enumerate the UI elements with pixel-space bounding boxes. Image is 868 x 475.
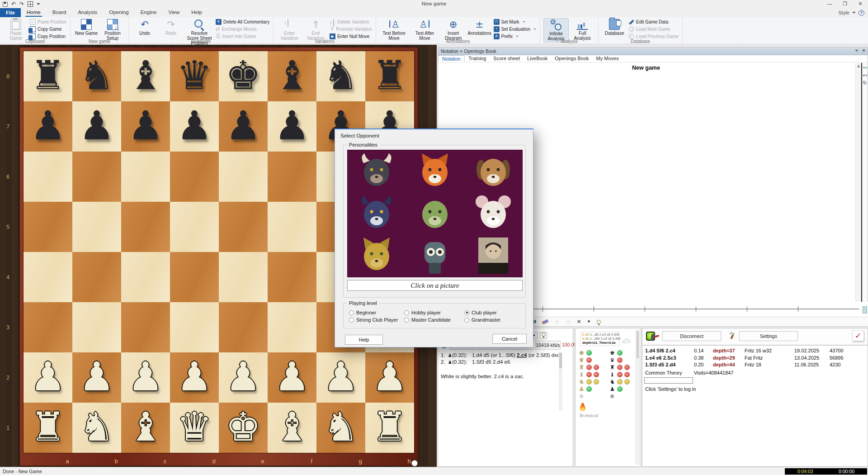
square-b4[interactable] bbox=[72, 252, 121, 302]
chevron-down-icon[interactable] bbox=[523, 21, 525, 23]
square-f4[interactable] bbox=[268, 252, 316, 302]
square-b8[interactable]: ♞ bbox=[72, 51, 121, 101]
white-piece[interactable]: ♟ bbox=[72, 352, 121, 401]
square-a3[interactable] bbox=[24, 302, 72, 352]
square-h2[interactable]: ♟ bbox=[365, 352, 414, 403]
white-piece[interactable]: ♟ bbox=[121, 352, 170, 401]
square-b3[interactable] bbox=[72, 302, 121, 352]
ribbon-button-database[interactable]: Database bbox=[602, 18, 627, 37]
radio-icon[interactable] bbox=[464, 318, 469, 323]
white-piece[interactable]: ♞ bbox=[316, 403, 365, 451]
dot-icon[interactable]: • bbox=[587, 318, 591, 325]
ribbon-button-set-evaluation[interactable]: Set Evaluation bbox=[494, 26, 537, 33]
engine-lines[interactable]: 1.♟ (0.32):1.d4 d5 (or 1...Sf6) 2.c4 (or… bbox=[438, 352, 559, 366]
black-piece[interactable]: ♞ bbox=[72, 51, 121, 100]
takeback-arrow-icon[interactable]: ↤ bbox=[862, 65, 868, 71]
ribbon-button-undo[interactable]: ↶Undo bbox=[132, 18, 157, 37]
livebook-move-table[interactable]: 1.d4 Sf6 2.c40.14depth=37Fritz 16 w3219.… bbox=[645, 347, 857, 369]
avatar-fox[interactable] bbox=[415, 152, 454, 191]
white-piece[interactable]: ♚ bbox=[219, 403, 268, 451]
engine-line[interactable]: 1.♟ (0.32):1.d4 d5 (or 1...Sf6) 2.c4 (or… bbox=[438, 352, 559, 359]
avatar-owl[interactable] bbox=[357, 194, 396, 233]
star-icon[interactable]: ☆ bbox=[554, 318, 560, 325]
maximize-button[interactable]: ❐ bbox=[837, 0, 853, 8]
black-piece[interactable]: ♜ bbox=[365, 51, 414, 100]
square-c8[interactable]: ♝ bbox=[121, 51, 170, 101]
cancel-button[interactable]: Cancel bbox=[492, 334, 527, 344]
ribbon-button-delete-variation[interactable]: Delete Variation bbox=[330, 19, 372, 25]
ribbon-button-paste-game[interactable]: Paste Game bbox=[3, 18, 28, 42]
white-piece[interactable]: ♜ bbox=[365, 403, 414, 451]
black-piece[interactable]: ♝ bbox=[121, 51, 170, 100]
menu-tab-home[interactable]: Home bbox=[21, 8, 47, 17]
black-piece[interactable]: ♟ bbox=[121, 101, 170, 150]
square-b5[interactable] bbox=[72, 202, 121, 252]
tab-notation[interactable]: Notation bbox=[438, 55, 465, 62]
piece-pane-scrollbar[interactable] bbox=[636, 330, 640, 465]
menu-tab-engine[interactable]: Engine bbox=[135, 8, 163, 17]
tab-score-sheet[interactable]: Score sheet bbox=[490, 55, 524, 62]
square-b7[interactable]: ♟ bbox=[72, 101, 121, 152]
square-g1[interactable]: ♞ bbox=[316, 403, 365, 453]
black-piece[interactable]: ♟ bbox=[72, 101, 121, 150]
square-a2[interactable]: ♟ bbox=[24, 352, 72, 403]
white-piece[interactable]: ♟ bbox=[268, 352, 316, 401]
radio-club-player[interactable]: Club player bbox=[464, 309, 500, 316]
evaluation-profile-corner-icon[interactable] bbox=[863, 306, 867, 314]
notation-scrollbar[interactable]: ▲ bbox=[855, 63, 861, 325]
ribbon-button-copy-game[interactable]: Copy Game bbox=[30, 26, 66, 33]
ribbon-button-annotations[interactable]: ±Annotations bbox=[467, 18, 492, 37]
livebook-row[interactable]: 1.Sf3 d5 2.d40.20depth=44Fritz 1811.06.2… bbox=[645, 361, 857, 369]
ribbon-button-insert-diagram[interactable]: ⊕Insert Diagram bbox=[441, 18, 466, 42]
square-b2[interactable]: ♟ bbox=[72, 352, 121, 403]
style-selector[interactable]: Style ? bbox=[839, 8, 864, 17]
rotate-icon[interactable]: ↻ bbox=[862, 80, 868, 86]
square-h8[interactable]: ♜ bbox=[365, 51, 414, 101]
menu-tab-board[interactable]: Board bbox=[47, 8, 72, 17]
white-piece[interactable]: ♟ bbox=[219, 352, 268, 401]
ribbon-button-full-analysis[interactable]: Full Analysis bbox=[570, 18, 595, 42]
square-b1[interactable]: ♞ bbox=[72, 403, 121, 453]
livebook-row[interactable]: 1.d4 Sf6 2.c40.14depth=37Fritz 16 w3219.… bbox=[645, 347, 857, 355]
square-c2[interactable]: ♟ bbox=[121, 352, 170, 403]
square-f8[interactable]: ♝ bbox=[268, 51, 316, 101]
file-menu-button[interactable]: File bbox=[0, 8, 21, 17]
black-piece[interactable]: ♟ bbox=[268, 101, 316, 150]
square-b6[interactable] bbox=[72, 152, 121, 202]
square-g2[interactable]: ♟ bbox=[316, 352, 365, 403]
square-c5[interactable] bbox=[121, 202, 170, 252]
lightbulb-icon[interactable] bbox=[597, 320, 601, 324]
square-c7[interactable]: ♟ bbox=[121, 101, 170, 152]
square-f5[interactable] bbox=[268, 202, 316, 252]
engine-line[interactable]: 2.♟ (0.32):1.Sf3 d5 2.d4 e6 bbox=[438, 359, 559, 366]
eraser-icon[interactable] bbox=[542, 319, 549, 324]
square-e3[interactable] bbox=[219, 302, 268, 352]
square-a1[interactable]: ♜ bbox=[24, 403, 72, 453]
tab-openings-book[interactable]: Openings Book bbox=[551, 55, 592, 62]
square-c4[interactable] bbox=[121, 252, 170, 302]
square-a6[interactable] bbox=[24, 152, 72, 202]
ribbon-button-delete-all-commentary[interactable]: Delete All Commentary bbox=[216, 19, 269, 25]
radio-grandmaster[interactable]: Grandmaster bbox=[464, 316, 500, 323]
panel-close-icon[interactable]: ✕ bbox=[862, 48, 866, 53]
livebook-row[interactable]: 1.e4 e6 2.Sc30.38depth=29Fat Fritz13.04.… bbox=[645, 355, 857, 362]
black-piece[interactable]: ♜ bbox=[24, 51, 72, 100]
square-a4[interactable] bbox=[24, 252, 72, 302]
avatar-cat[interactable] bbox=[357, 236, 396, 276]
engine-scrollbar[interactable] bbox=[559, 352, 562, 411]
ribbon-button-paste-position[interactable]: Paste Position bbox=[30, 19, 66, 25]
radio-icon[interactable] bbox=[404, 310, 409, 315]
settings-button[interactable]: Settings bbox=[739, 331, 798, 341]
radio-icon[interactable] bbox=[349, 318, 354, 323]
white-piece[interactable]: ♟ bbox=[365, 352, 414, 401]
tab-training[interactable]: Training bbox=[465, 55, 490, 62]
radio-icon[interactable] bbox=[464, 310, 469, 315]
chevron-down-icon[interactable] bbox=[533, 28, 536, 30]
help-icon[interactable]: ? bbox=[859, 10, 864, 16]
square-f2[interactable]: ♟ bbox=[268, 352, 316, 403]
square-d6[interactable] bbox=[170, 152, 219, 202]
square-e2[interactable]: ♟ bbox=[219, 352, 268, 403]
square-e7[interactable]: ♟ bbox=[219, 101, 268, 152]
white-piece[interactable]: ♝ bbox=[121, 403, 170, 451]
checkmark-icon[interactable]: ✓ bbox=[852, 330, 864, 341]
